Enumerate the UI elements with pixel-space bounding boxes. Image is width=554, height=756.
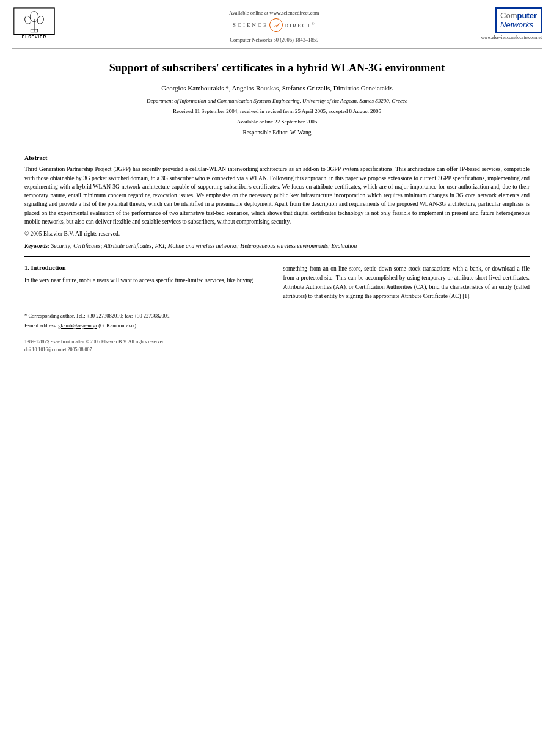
copyright-text: © 2005 Elsevier B.V. All rights reserved…	[24, 231, 530, 237]
footnote-1: * Corresponding author. Tel.: +30 227308…	[24, 312, 530, 320]
svg-point-3	[24, 15, 32, 25]
affiliation: Department of Information and Communicat…	[24, 97, 530, 105]
abstract-section: Abstract Third Generation Partnership Pr…	[24, 148, 530, 250]
svg-point-4	[37, 15, 45, 25]
direct-text: DIRECT®	[284, 22, 315, 29]
svg-text:ELSEVIER: ELSEVIER	[22, 35, 46, 39]
issn-line: 1389-1286/$ - see front matter © 2005 El…	[24, 338, 530, 346]
cn-com-text: Computer	[500, 11, 537, 20]
page-header: ELSEVIER Available online at www.science…	[0, 0, 554, 48]
footnote-2: E-mail address: gkamb@aegean.gr (G. Kamb…	[24, 322, 530, 330]
email-link[interactable]: gkamb@aegean.gr	[58, 322, 97, 329]
abstract-label: Abstract	[24, 154, 530, 161]
responsible-editor: Responsible Editor: W. Wang	[24, 129, 530, 136]
authors: Georgios Kambourakis *, Angelos Rouskas,…	[24, 84, 530, 93]
available-date: Available online 22 September 2005	[24, 118, 530, 126]
computer-networks-logo: Computer Networks www.elsevier.com/locat…	[481, 7, 542, 40]
email-attribution: (G. Kambourakis).	[98, 322, 137, 329]
elsevier-url: www.elsevier.com/locate/comnet	[481, 35, 542, 40]
section1-heading: 1. Introduction	[24, 264, 271, 271]
elsevier-logo: ELSEVIER	[12, 7, 67, 42]
two-col-section: 1. Introduction In the very near future,…	[24, 256, 530, 300]
journal-info: Computer Networks 50 (2006) 1843–1859	[230, 37, 318, 43]
section1-left-text: In the very near future, mobile users wi…	[24, 276, 271, 285]
doi-line: doi:10.1016/j.comnet.2005.08.007	[24, 346, 530, 354]
sd-circle-icon: 𝒹	[269, 18, 283, 32]
right-column: something from an on-line store, settle …	[283, 264, 530, 300]
science-text: SCIENCE	[233, 22, 269, 28]
footnote-divider	[24, 308, 98, 308]
title-section: Support of subscribers' certificates in …	[0, 49, 554, 148]
keywords-label: Keywords:	[24, 243, 49, 249]
cn-box: Computer Networks	[495, 7, 542, 33]
bottom-info: 1389-1286/$ - see front matter © 2005 El…	[24, 335, 530, 354]
page: ELSEVIER Available online at www.science…	[0, 0, 554, 756]
received-date: Received 11 September 2004; received in …	[24, 107, 530, 116]
abstract-text: Third Generation Partnership Project (3G…	[24, 165, 530, 226]
keywords-line: Keywords: Security; Certificates; Attrib…	[24, 242, 530, 250]
center-header: Available online at www.sciencedirect.co…	[67, 7, 481, 43]
keywords-text: Security; Certificates; Attribute certif…	[51, 243, 357, 249]
sciencedirect-logo: SCIENCE 𝒹 DIRECT®	[233, 18, 316, 32]
left-column: 1. Introduction In the very near future,…	[24, 264, 271, 300]
email-label: E-mail address:	[24, 322, 58, 329]
cn-networks-text: Networks	[500, 20, 533, 29]
paper-title: Support of subscribers' certificates in …	[24, 61, 530, 75]
section1-right-text: something from an on-line store, settle …	[283, 264, 530, 300]
available-online-text: Available online at www.sciencedirect.co…	[229, 10, 319, 16]
